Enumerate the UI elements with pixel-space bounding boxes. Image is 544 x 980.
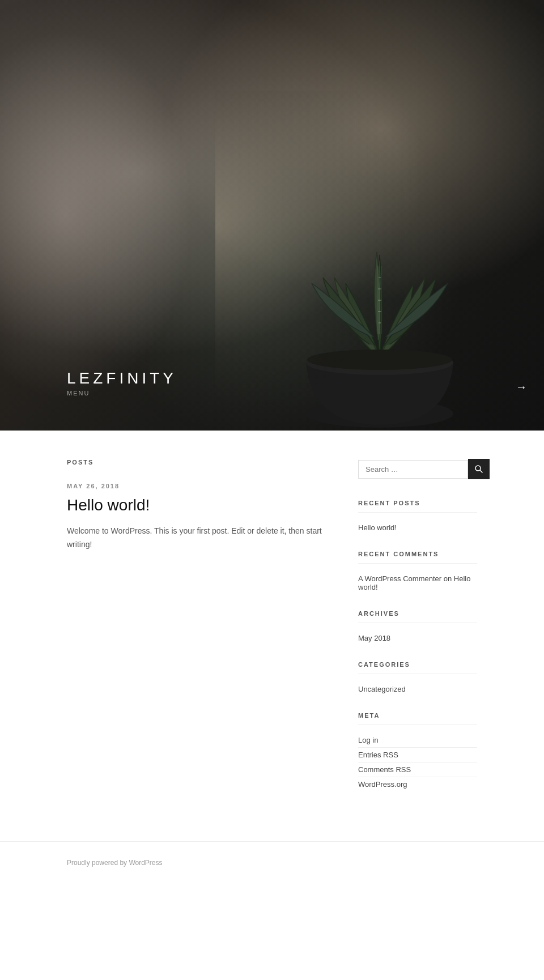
- sidebar-link[interactable]: Uncategorized: [358, 682, 477, 696]
- hero-plant-illustration: [215, 91, 544, 431]
- content-area: POSTS MAY 26, 2018 Hello world! Welcome …: [67, 459, 358, 807]
- site-title: LEZFINITY: [67, 369, 177, 387]
- hero-background: [0, 0, 544, 431]
- sidebar-section-categories: CATEGORIESUncategorized: [358, 661, 477, 696]
- post-excerpt: Welcome to WordPress. This is your first…: [67, 525, 324, 552]
- sidebar-section-recent-comments: RECENT COMMENTSA WordPress Commenter on …: [358, 551, 477, 594]
- hero-subtitle: MENU: [67, 390, 177, 397]
- sidebar-section-meta: METALog inEntries RSSComments RSSWordPre…: [358, 712, 477, 791]
- search-input[interactable]: [358, 460, 468, 479]
- svg-line-8: [480, 470, 482, 472]
- sidebar-section-title-recent-posts: RECENT POSTS: [358, 500, 477, 513]
- sidebar-link[interactable]: Entries RSS: [358, 748, 477, 762]
- hero-next-arrow[interactable]: →: [516, 381, 527, 394]
- sidebar-search-widget: [358, 459, 477, 479]
- footer-text: Proudly powered by WordPress: [67, 859, 477, 867]
- sidebar-link[interactable]: WordPress.org: [358, 777, 477, 791]
- post-title: Hello world!: [67, 495, 324, 515]
- sidebar-link[interactable]: Hello world!: [358, 521, 477, 535]
- post-title-link[interactable]: Hello world!: [67, 496, 150, 514]
- hero-section: LEZFINITY MENU →: [0, 0, 544, 431]
- hero-overlay: [0, 0, 215, 431]
- svg-rect-6: [215, 91, 544, 431]
- post-date: MAY 26, 2018: [67, 483, 324, 489]
- sidebar: RECENT POSTSHello world!RECENT COMMENTSA…: [358, 459, 477, 807]
- sidebar-link[interactable]: May 2018: [358, 631, 477, 645]
- sidebar-link[interactable]: A WordPress Commenter on Hello world!: [358, 572, 477, 594]
- sidebar-section-recent-posts: RECENT POSTSHello world!: [358, 500, 477, 535]
- sidebar-sections: RECENT POSTSHello world!RECENT COMMENTSA…: [358, 500, 477, 791]
- sidebar-link[interactable]: Log in: [358, 733, 477, 748]
- sidebar-section-title-meta: META: [358, 712, 477, 725]
- sidebar-link[interactable]: Comments RSS: [358, 762, 477, 777]
- sidebar-section-title-categories: CATEGORIES: [358, 661, 477, 674]
- sidebar-section-archives: ARCHIVESMay 2018: [358, 610, 477, 645]
- main-wrapper: POSTS MAY 26, 2018 Hello world! Welcome …: [0, 431, 544, 841]
- sidebar-section-title-recent-comments: RECENT COMMENTS: [358, 551, 477, 564]
- footer-label: Proudly powered by WordPress: [67, 859, 163, 867]
- post-article: MAY 26, 2018 Hello world! Welcome to Wor…: [67, 483, 324, 552]
- search-button[interactable]: [468, 459, 490, 479]
- posts-label: POSTS: [67, 459, 324, 466]
- search-icon: [475, 465, 483, 473]
- sidebar-section-title-archives: ARCHIVES: [358, 610, 477, 623]
- hero-title-area: LEZFINITY MENU: [67, 369, 177, 397]
- site-footer: Proudly powered by WordPress: [0, 841, 544, 884]
